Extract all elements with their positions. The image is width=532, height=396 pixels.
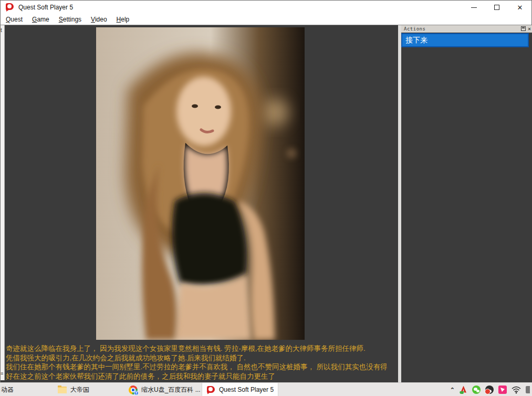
background-window-sliver: t ≡ <box>1 25 5 380</box>
taskbar-item-label: Quest Soft Player 5 <box>219 386 274 393</box>
background-window-top-glyph: t <box>1 27 2 33</box>
window-title: Quest Soft Player 5 <box>18 4 73 11</box>
menu-help[interactable]: Help <box>112 15 134 24</box>
quest-player-icon <box>206 385 215 394</box>
actions-panel: Actions ✕ 接下来 <box>401 25 532 383</box>
taskbar-item-chrome[interactable]: 缩水U盘_百度百科 ... <box>129 383 201 396</box>
menu-game[interactable]: Game <box>28 15 54 24</box>
action-item-next[interactable]: 接下来 <box>401 33 529 47</box>
story-text: 奇迹就这么降临在我身上了， 因为我发现这个女孩家里竟然相当有钱. 劳拉-摩根,在… <box>6 344 398 381</box>
chrome-profile-badge <box>134 391 139 395</box>
system-tray: ⌃ <box>450 383 530 396</box>
menu-quest[interactable]: Quest <box>2 15 27 24</box>
taskbar-item-quest-player[interactable]: Quest Soft Player 5 <box>202 383 278 396</box>
quest-player-window: Quest Soft Player 5 ✕ Quest Game Setting… <box>0 0 532 382</box>
edge-cut-tray-icon[interactable] <box>526 386 530 393</box>
story-line: 凭借我强大的吸引力,在几次约会之后我就成功地攻略了她.后来我们就结婚了. <box>6 353 398 363</box>
maximize-button[interactable] <box>485 1 508 14</box>
story-line: 我们住在她那个有钱老爹的其中一间别墅里.不过劳拉的老爹并不喜欢我， 自然也不赞同… <box>6 362 398 372</box>
maximize-icon <box>494 5 499 10</box>
menu-settings[interactable]: Settings <box>55 15 86 24</box>
red-app-tray-icon[interactable] <box>460 386 467 394</box>
taskbar-item-label: 大帝国 <box>70 385 89 394</box>
app-logo-icon <box>5 3 14 12</box>
panel-close-icon[interactable]: ✕ <box>528 26 531 31</box>
taskbar-item-label: 动器 <box>1 385 14 394</box>
taskbar: 动器 大帝国 缩水U盘_百度百科 ... Quest Soft Player 5… <box>0 382 532 396</box>
minimize-icon <box>471 7 477 8</box>
background-window-bottom-glyph: ≡ <box>1 371 3 376</box>
taskbar-item-label: 缩水U盘_百度百科 ... <box>141 385 201 394</box>
story-line: 好在这之前这个老家伙帮我们还清了此前的债务，之后我和我的妻子就只能自力更生了 <box>6 372 398 381</box>
panel-float-icon[interactable] <box>521 26 526 31</box>
character-photo <box>96 27 305 340</box>
wechat-tray-icon[interactable] <box>472 385 481 394</box>
close-icon: ✕ <box>517 4 523 11</box>
close-button[interactable]: ✕ <box>508 1 531 14</box>
chrome-icon <box>129 385 138 394</box>
taskbar-item-folder[interactable]: 大帝国 <box>58 383 89 396</box>
folder-icon <box>58 387 67 393</box>
wifi-icon[interactable] <box>512 386 521 394</box>
menu-video[interactable]: Video <box>87 15 111 24</box>
window-controls: ✕ <box>462 1 531 14</box>
chevron-up-icon[interactable]: ⌃ <box>450 387 455 393</box>
qq-tray-icon[interactable] <box>485 385 494 394</box>
minimize-button[interactable] <box>462 1 485 14</box>
game-client-area: t ≡ <box>1 25 531 382</box>
actions-panel-title: Actions <box>404 26 425 32</box>
titlebar[interactable]: Quest Soft Player 5 ✕ <box>1 1 531 14</box>
taskbar-item-partial[interactable]: 动器 <box>1 383 14 396</box>
story-line: 奇迹就这么降临在我身上了， 因为我发现这个女孩家里竟然相当有钱. 劳拉-摩根,在… <box>6 344 398 353</box>
screen: Quest Soft Player 5 ✕ Quest Game Setting… <box>0 0 532 396</box>
pink-app-tray-icon[interactable] <box>498 385 507 394</box>
menubar: Quest Game Settings Video Help <box>1 14 531 25</box>
character-photo-art <box>96 27 305 340</box>
actions-panel-header: Actions ✕ <box>401 25 532 33</box>
